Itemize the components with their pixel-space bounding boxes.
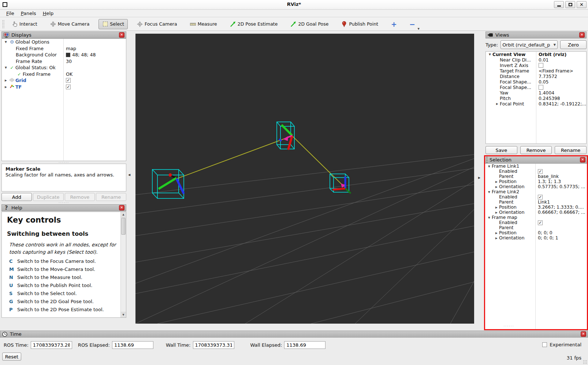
tree-row[interactable]: ▶Orientation0.57735; 0.57735; ...	[485, 184, 587, 189]
remove-button[interactable]: Remove	[65, 193, 95, 201]
checkbox[interactable]: ✓	[538, 220, 543, 225]
tool-interact[interactable]: Interact	[8, 19, 41, 29]
toolbar-drag-handle[interactable]	[2, 20, 4, 29]
tree-row[interactable]: Enabled✓	[485, 220, 587, 225]
tree-row[interactable]: Parent	[485, 225, 587, 230]
tool-publish-point[interactable]: Publish Point	[338, 19, 382, 29]
expander-closed-icon[interactable]: ▶	[494, 185, 499, 189]
property-value[interactable]: map	[63, 46, 126, 51]
splitter-handle[interactable]: ······	[1, 202, 126, 204]
tool-2d-goal-pose[interactable]: 2D Goal Pose	[287, 19, 332, 29]
property-value[interactable]: 1.3; 1; 1.3	[535, 179, 587, 184]
property-value[interactable]: 0; 0; 0; 1	[535, 235, 587, 241]
column-divider[interactable]	[536, 52, 536, 144]
close-displays-button[interactable]: ✕	[119, 32, 124, 38]
save-button[interactable]: Save	[485, 146, 517, 154]
tool-select[interactable]: Select	[98, 19, 128, 29]
property-value[interactable]: 0.57735; 0.57735; ...	[535, 184, 587, 189]
checkbox[interactable]: ✓	[538, 169, 543, 174]
tool-2d-pose-estimate[interactable]: 2D Pose Estimate	[226, 19, 282, 29]
property-value[interactable]: 0.245398	[536, 96, 586, 101]
expander-closed-icon[interactable]: ▶	[3, 85, 8, 89]
tree-row[interactable]: Enabled✓	[485, 194, 587, 200]
tree-row[interactable]: Frame Rate30	[2, 58, 126, 65]
splitter-handle[interactable]: ······	[487, 325, 531, 327]
property-value[interactable]: ✓	[63, 85, 126, 89]
minimize-button[interactable]	[554, 1, 564, 8]
rename-button[interactable]: Rename	[96, 193, 126, 201]
expander-closed-icon[interactable]: ▶	[494, 180, 499, 183]
expander-closed-icon[interactable]: ▶	[3, 79, 8, 82]
property-value[interactable]: 7.73572	[536, 74, 586, 79]
property-value[interactable]: 3.2667; 1.3333; 0....	[535, 205, 587, 210]
remove-tool-button[interactable]: −▼	[406, 20, 419, 28]
property-value[interactable]	[536, 85, 586, 90]
property-value[interactable]: 0.66667; 0.66667; ...	[535, 210, 587, 215]
tree-row[interactable]: ✓Fixed FrameOK	[2, 71, 126, 78]
column-divider[interactable]	[535, 164, 536, 329]
expander-open-icon[interactable]: ▼	[487, 53, 492, 56]
expander-closed-icon[interactable]: ▶	[495, 102, 500, 105]
render-viewport[interactable]	[135, 34, 474, 324]
tree-row[interactable]: Enabled✓	[485, 169, 587, 174]
menu-item-help[interactable]: Help	[40, 10, 57, 16]
expander-open-icon[interactable]: ▼	[3, 40, 8, 44]
wall-time-input[interactable]	[193, 341, 234, 349]
expander-closed-icon[interactable]: ▶	[494, 231, 499, 235]
displays-panel-header[interactable]: Displays ✕	[1, 31, 126, 38]
property-value[interactable]	[536, 63, 586, 68]
duplicate-button[interactable]: Duplicate	[33, 193, 64, 201]
tree-row[interactable]: ▶TF✓	[2, 84, 126, 90]
help-panel-header[interactable]: ? Help ✕	[1, 204, 126, 211]
help-scrollbar[interactable]: ▲ ▼	[120, 212, 126, 317]
tree-row[interactable]: ▶Orientation0; 0; 0; 1	[485, 235, 587, 241]
expander-closed-icon[interactable]: ▶	[494, 236, 499, 240]
property-value[interactable]: 48; 48; 48	[63, 52, 126, 57]
checkbox[interactable]: ✓	[538, 195, 543, 200]
expander-open-icon[interactable]: ▼	[3, 66, 8, 69]
close-views-button[interactable]: ✕	[579, 32, 585, 38]
tree-row[interactable]: ▼✓Global Status: Ok	[2, 64, 126, 71]
tree-row[interactable]: ▼Frame Link1	[485, 164, 587, 169]
tree-row[interactable]: ParentLink1	[485, 200, 587, 205]
property-value[interactable]: base_link	[535, 174, 587, 179]
checkbox[interactable]: ✓	[66, 85, 71, 89]
expander-open-icon[interactable]: ▼	[487, 190, 492, 194]
property-value[interactable]: 1.4004	[536, 90, 586, 96]
expander-open-icon[interactable]: ▼	[487, 216, 492, 219]
close-selection-button[interactable]: ✕	[580, 157, 585, 163]
property-value[interactable]: 30	[63, 59, 126, 64]
add-tool-button[interactable]: +	[387, 20, 401, 28]
menu-item-panels[interactable]: Panels	[18, 10, 40, 16]
views-panel-header[interactable]: Views ✕	[485, 31, 587, 38]
property-value[interactable]: ✓	[535, 220, 587, 225]
reset-button[interactable]: Reset	[2, 353, 21, 361]
expander-open-icon[interactable]: ▼	[487, 165, 492, 168]
close-window-button[interactable]: ✕	[577, 1, 587, 8]
tree-row[interactable]: ▶Grid✓	[2, 77, 126, 84]
close-help-button[interactable]: ✕	[119, 205, 124, 211]
property-value[interactable]: 0.05	[536, 79, 586, 85]
tree-row[interactable]: ▼Frame map	[485, 215, 587, 220]
menu-item-file[interactable]: File	[3, 10, 18, 16]
tree-row[interactable]: Parentbase_link	[485, 174, 587, 179]
add-button[interactable]: Add	[1, 193, 32, 201]
expander-closed-icon[interactable]: ▶	[494, 211, 499, 214]
property-value[interactable]: ✓	[63, 78, 126, 83]
property-value[interactable]: <Fixed Frame>	[536, 68, 586, 74]
tool-move-camera[interactable]: Move Camera	[46, 19, 93, 29]
tool-focus-camera[interactable]: Focus Camera	[133, 19, 181, 29]
rename-button[interactable]: Rename	[555, 146, 587, 154]
tree-row[interactable]: Fixed Framemap	[2, 45, 126, 52]
tree-row[interactable]: ▶Orientation0.66667; 0.66667; ...	[485, 210, 587, 215]
ros-elapsed-input[interactable]	[112, 341, 153, 349]
title-bar[interactable]: RViz* ✕	[0, 0, 588, 10]
checkbox[interactable]: ✓	[66, 78, 71, 83]
view-type-dropdown[interactable]: Orbit (rviz_default_p ▼	[500, 40, 558, 49]
collapse-left-panel-icon[interactable]: ◀	[128, 173, 130, 176]
ros-time-input[interactable]	[31, 341, 72, 349]
selection-panel-header[interactable]: Selection ✕	[485, 156, 587, 164]
property-value[interactable]: Link1	[535, 200, 587, 205]
property-value[interactable]: OK	[63, 71, 126, 77]
property-value[interactable]: 0.01	[536, 57, 586, 63]
